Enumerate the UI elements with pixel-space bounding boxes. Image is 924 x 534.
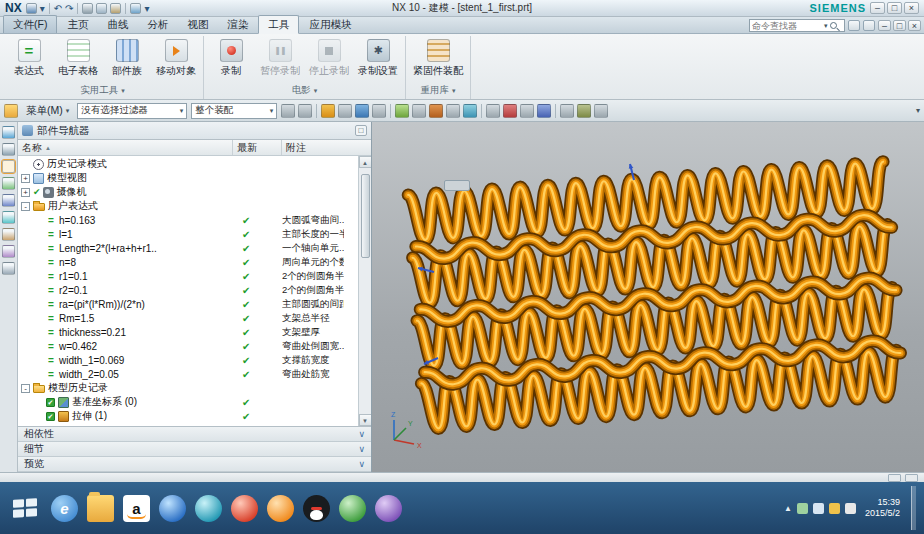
pattern-icon[interactable] [537, 104, 551, 118]
save-menu-caret[interactable]: ▾ [40, 3, 45, 14]
tree-row[interactable]: +✔摄像机 [18, 185, 358, 199]
ribbon-group-label[interactable]: 电影▾ [209, 83, 400, 99]
qq-browser-taskbar-icon[interactable] [267, 495, 294, 522]
move-object-button[interactable]: 移动对象 [154, 37, 198, 80]
column-name[interactable]: 名称 ▲ [18, 140, 233, 155]
tree-row[interactable]: width_1=0.069✔支撑筋宽度 [18, 353, 358, 367]
ribbon-group-label[interactable]: 重用库▾ [411, 83, 465, 99]
web-browser-icon[interactable] [2, 211, 15, 224]
doc-close-button[interactable]: × [908, 20, 921, 31]
scroll-up-icon[interactable]: ▲ [359, 156, 372, 168]
menu-button[interactable]: 菜单(M) ▾ [22, 103, 73, 119]
history-icon[interactable] [2, 228, 15, 241]
render-style-icon[interactable] [594, 104, 608, 118]
tree-row[interactable]: -模型历史记录 [18, 381, 358, 395]
tray-app-icon[interactable] [797, 503, 808, 514]
tab-render[interactable]: 渲染 [218, 16, 257, 33]
restore-button[interactable]: □ [887, 2, 902, 14]
line-icon[interactable] [395, 104, 409, 118]
circle-icon[interactable] [429, 104, 443, 118]
tree-row[interactable]: h=0.163✔大圆弧弯曲间.. [18, 213, 358, 227]
help-icon[interactable] [863, 20, 875, 31]
cut-icon[interactable] [82, 3, 93, 14]
tree-row[interactable]: r2=0.1✔2个的倒圆角半.. [18, 283, 358, 297]
curve-icon[interactable] [372, 104, 386, 118]
baidu-taskbar-icon[interactable] [195, 495, 222, 522]
tree-row[interactable]: 历史记录模式 [18, 157, 358, 171]
tree-row[interactable]: width_2=0.05✔弯曲处筋宽 [18, 367, 358, 381]
expand-icon[interactable]: + [21, 188, 30, 197]
tree-row[interactable]: w=0.462✔弯曲处倒圆宽.. [18, 339, 358, 353]
delete-face-icon[interactable] [503, 104, 517, 118]
collapse-icon[interactable]: - [21, 384, 30, 393]
tab-view[interactable]: 视图 [178, 16, 217, 33]
chevron-down-icon[interactable]: ▾ [824, 22, 828, 30]
doc-minimize-button[interactable]: – [878, 20, 891, 31]
pause-record-button[interactable]: 暂停录制 [258, 37, 302, 80]
hd3d-tools-icon[interactable] [2, 194, 15, 207]
constraint-navigator-icon[interactable] [2, 143, 15, 156]
tree-row[interactable]: Length=2*(l+ra+h+r1..✔一个轴向单元.. [18, 241, 358, 255]
expression-button[interactable]: 表达式 [7, 37, 51, 80]
mirror-icon[interactable] [560, 104, 574, 118]
scroll-down-icon[interactable]: ▼ [359, 414, 372, 426]
selection-filter-dropdown[interactable]: 没有选择过滤器 ▾ [77, 103, 187, 119]
copy-icon[interactable] [96, 3, 107, 14]
media-player-taskbar-icon[interactable] [231, 495, 258, 522]
dependencies-panel-header[interactable]: 相依性∨ [18, 427, 371, 442]
hidden-icons-icon[interactable]: ▲ [784, 504, 792, 513]
command-finder-input[interactable] [752, 21, 822, 31]
roles-icon[interactable] [2, 262, 15, 275]
tab-tools[interactable]: 工具 [258, 15, 299, 34]
undock-panel-icon[interactable]: □ [355, 125, 367, 136]
snap-point-icon[interactable] [281, 104, 295, 118]
internet-explorer-taskbar-icon[interactable]: e [51, 495, 78, 522]
assembly-navigator-icon[interactable] [2, 126, 15, 139]
qq-taskbar-icon[interactable] [303, 495, 330, 522]
redo-icon[interactable]: ↷ [65, 3, 73, 14]
undo-icon[interactable]: ↶ [54, 3, 62, 14]
stop-record-button[interactable]: 停止录制 [307, 37, 351, 80]
tree-row[interactable]: +模型视图 [18, 171, 358, 185]
details-panel-header[interactable]: 细节∨ [18, 442, 371, 457]
tree-row[interactable]: Rm=1.5✔支架总半径 [18, 311, 358, 325]
file-explorer-taskbar-icon[interactable] [87, 495, 114, 522]
tree-row[interactable]: thickness=0.21✔支架壁厚 [18, 325, 358, 339]
paste-icon[interactable] [110, 3, 121, 14]
save-icon[interactable] [26, 3, 37, 14]
start-button[interactable] [8, 490, 42, 526]
display-mode-icon[interactable] [905, 474, 918, 482]
tree-row[interactable]: r1=0.1✔2个的倒圆角半径 [18, 269, 358, 283]
minimize-button[interactable]: – [870, 2, 885, 14]
browser-360-taskbar-icon[interactable] [339, 495, 366, 522]
taskbar-clock[interactable]: 15:39 2015/5/2 [865, 497, 900, 520]
sketch-icon[interactable] [355, 104, 369, 118]
input-method-icon[interactable] [845, 503, 856, 514]
expand-icon[interactable]: + [21, 174, 30, 183]
volume-icon[interactable] [829, 503, 840, 514]
part-navigator-icon[interactable] [2, 160, 15, 173]
selection-scope-dropdown[interactable]: 整个装配 ▾ [191, 103, 277, 119]
snapshot-icon[interactable] [888, 474, 901, 482]
point-icon[interactable] [446, 104, 460, 118]
reuse-library-icon[interactable] [2, 177, 15, 190]
record-settings-button[interactable]: 录制设置 [356, 37, 400, 80]
ribbon-group-label[interactable]: 实用工具▾ [7, 83, 198, 99]
amazon-taskbar-icon[interactable]: a [123, 495, 150, 522]
tab-application[interactable]: 应用模块 [300, 16, 360, 33]
column-latest[interactable]: 最新 [233, 140, 282, 155]
column-note[interactable]: 附注 [282, 140, 371, 155]
vertical-scrollbar[interactable]: ▲ ▼ [358, 156, 371, 426]
collapse-icon[interactable]: - [21, 202, 30, 211]
spreadsheet-button[interactable]: 电子表格 [56, 37, 100, 80]
preview-panel-header[interactable]: 预览∨ [18, 457, 371, 472]
work-plane-icon[interactable] [321, 104, 335, 118]
window-caret[interactable]: ▾ [144, 3, 149, 14]
window-icon[interactable] [130, 3, 141, 14]
feature-checkbox[interactable]: ✔ [46, 398, 55, 407]
sogou-taskbar-icon[interactable] [375, 495, 402, 522]
network-icon[interactable] [813, 503, 824, 514]
tree-row[interactable]: l=1✔主部长度的一半 [18, 227, 358, 241]
scrollbar-thumb[interactable] [361, 174, 370, 258]
datum-icon[interactable] [338, 104, 352, 118]
